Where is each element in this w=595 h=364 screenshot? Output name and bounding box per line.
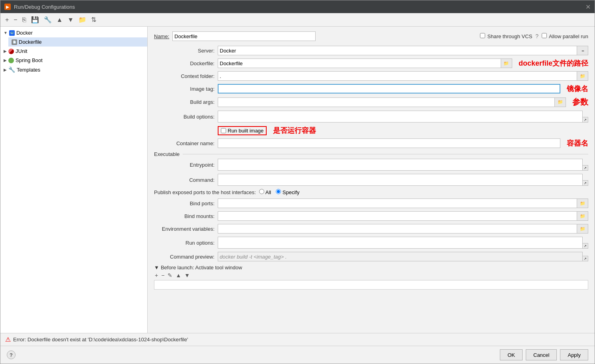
run-built-image-label[interactable]: Run built image (218, 126, 267, 135)
publish-all-option[interactable]: All (259, 189, 271, 195)
bind-mounts-browse-button[interactable]: 📁 (577, 211, 588, 221)
run-options-input[interactable] (218, 237, 583, 249)
apply-button[interactable]: Apply (560, 349, 588, 360)
entrypoint-input[interactable] (218, 159, 583, 171)
name-label: Name: (154, 33, 169, 39)
context-folder-row: Context folder: 📁 (154, 71, 588, 81)
sidebar-item-dockerfile[interactable]: 📄 Dockerfile (8, 37, 147, 47)
bind-mounts-input[interactable] (218, 211, 577, 221)
templates-icon: 🔧 (8, 66, 15, 73)
config-sidebar: ▼ 🐳 Docker 📄 Dockerfile ▶ JUnit ▶ Spri (0, 27, 148, 333)
image-tag-input[interactable] (218, 84, 560, 93)
allow-parallel-label[interactable]: Allow parallel run (542, 33, 588, 39)
share-vcs-checkbox[interactable] (480, 33, 485, 38)
name-input[interactable] (172, 31, 316, 41)
before-launch-down-button[interactable]: ▼ (183, 272, 191, 278)
before-launch-up-button[interactable]: ▲ (175, 272, 182, 278)
title-bar: ▶ Run/Debug Configurations ✕ (0, 0, 595, 13)
command-expand-button[interactable]: ↗ (583, 180, 588, 186)
bind-mounts-row: Bind mounts: 📁 (154, 211, 588, 221)
sidebar-group-springboot[interactable]: ▶ Spring Boot (0, 56, 147, 65)
content-area: ▼ 🐳 Docker 📄 Dockerfile ▶ JUnit ▶ Spri (0, 27, 595, 333)
before-launch-remove-button[interactable]: − (160, 272, 165, 278)
before-launch-add-button[interactable]: + (154, 272, 159, 278)
build-args-input[interactable] (218, 97, 555, 107)
vcs-help-icon[interactable]: ? (535, 33, 538, 39)
env-vars-browse-button[interactable]: 📁 (577, 224, 588, 234)
dialog-title: Run/Debug Configurations (14, 4, 75, 10)
publish-specify-radio[interactable] (276, 189, 281, 194)
bind-ports-input[interactable] (218, 199, 577, 208)
error-bar: ⚠ Error: Dockerfile doesn't exist at 'D:… (0, 333, 595, 346)
before-launch-header[interactable]: ▼ Before launch: Activate tool window (154, 265, 588, 271)
add-config-button[interactable]: + (4, 16, 10, 24)
share-vcs-label[interactable]: Share through VCS (480, 33, 532, 39)
error-message: Error: Dockerfile doesn't exist at 'D:\c… (13, 337, 188, 343)
dockerfile-input-wrapper: 📁 (218, 58, 512, 68)
build-args-row: Build args: 📁 参数 (154, 97, 588, 107)
build-args-browse-button[interactable]: 📁 (555, 97, 566, 107)
remove-config-button[interactable]: − (12, 16, 19, 24)
ok-button[interactable]: OK (500, 349, 523, 360)
build-options-row: Build options: ↗ (154, 111, 588, 123)
run-options-row: Run options: ↗ (154, 237, 588, 249)
dockerfile-input[interactable] (218, 58, 501, 68)
command-input[interactable] (218, 174, 583, 186)
sidebar-group-docker[interactable]: ▼ 🐳 Docker (0, 28, 147, 37)
entrypoint-row: Entrypoint: ↗ (154, 159, 588, 171)
server-select[interactable]: Docker (218, 46, 577, 55)
server-dots-button[interactable]: ··· (577, 46, 588, 55)
sidebar-group-junit-label: JUnit (16, 48, 27, 54)
publish-specify-option[interactable]: Specify (276, 189, 299, 195)
command-preview-expand-button[interactable]: ↗ (583, 256, 588, 261)
run-built-image-row: Run built image 是否运行容器 (154, 126, 588, 135)
build-options-input[interactable] (218, 111, 583, 123)
publish-all-label: All (265, 189, 271, 195)
dockerfile-label: Dockerfile: (154, 60, 218, 66)
app-icon: ▶ (4, 4, 11, 10)
publish-ports-label: Publish exposed ports to the host interf… (154, 189, 259, 195)
context-folder-input[interactable] (218, 71, 577, 81)
command-row: Command: ↗ (154, 174, 588, 186)
allow-parallel-checkbox[interactable] (542, 33, 547, 38)
publish-all-radio[interactable] (259, 189, 264, 194)
header-row: Name: Share through VCS ? Allow parallel… (154, 31, 588, 41)
entrypoint-expand-button[interactable]: ↗ (583, 165, 588, 171)
save-config-button[interactable]: 💾 (29, 15, 41, 24)
run-options-expand-button[interactable]: ↗ (583, 243, 588, 249)
copy-config-button[interactable]: ⎘ (21, 16, 28, 24)
context-folder-browse-button[interactable]: 📁 (577, 71, 588, 81)
bind-mounts-label: Bind mounts: (154, 213, 218, 219)
command-preview-input (218, 252, 583, 261)
move-down-button[interactable]: ▼ (66, 16, 76, 24)
move-up-button[interactable]: ▲ (55, 16, 64, 24)
context-folder-input-wrapper: 📁 (218, 71, 588, 81)
sort-button[interactable]: ⇅ (90, 15, 98, 24)
build-args-input-wrapper: 📁 (218, 97, 566, 107)
run-built-image-checkbox[interactable] (221, 128, 226, 133)
help-button[interactable]: ? (7, 350, 16, 359)
bind-ports-browse-button[interactable]: 📁 (577, 199, 588, 208)
close-button[interactable]: ✕ (585, 3, 591, 11)
run-options-label: Run options: (154, 240, 218, 246)
sidebar-group-junit[interactable]: ▶ JUnit (0, 47, 147, 56)
before-launch-chevron-icon: ▼ (154, 265, 159, 271)
wrench-button[interactable]: 🔧 (42, 15, 53, 24)
build-options-expand-button[interactable]: ↗ (583, 117, 588, 123)
main-panel: Name: Share through VCS ? Allow parallel… (148, 27, 595, 333)
container-name-input[interactable] (218, 138, 560, 148)
dockerfile-browse-button[interactable]: 📁 (501, 58, 512, 68)
before-launch-edit-button[interactable]: ✎ (167, 272, 173, 278)
folder-button[interactable]: 📁 (77, 15, 88, 24)
chevron-right-templates-icon: ▶ (4, 68, 7, 72)
chevron-right-springboot-icon: ▶ (4, 58, 7, 62)
env-vars-input-wrapper: 📁 (218, 224, 588, 234)
container-name-row: Container name: 容器名 (154, 138, 588, 148)
sidebar-group-templates[interactable]: ▶ 🔧 Templates (0, 65, 147, 74)
context-folder-label: Context folder: (154, 73, 218, 79)
server-select-wrapper: Docker ··· (218, 46, 588, 55)
docker-icon: 🐳 (9, 30, 15, 36)
cancel-button[interactable]: Cancel (526, 349, 557, 360)
env-vars-input[interactable] (218, 224, 577, 234)
build-args-annotation: 参数 (572, 97, 588, 107)
